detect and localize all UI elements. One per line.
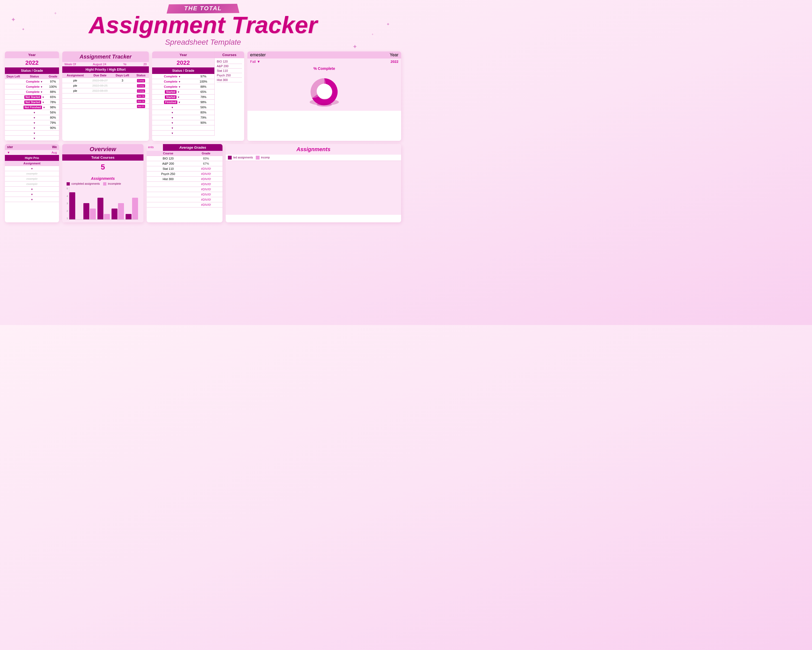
dropdown-icon[interactable]: ▼	[43, 106, 45, 109]
grade-cell: #DIV/0!	[189, 187, 223, 192]
grade-cell: 65%	[47, 95, 59, 99]
course-cell: Psych 250	[147, 171, 189, 177]
status-complete: Complete	[164, 85, 177, 88]
page-header: THE TOTAL Assignment Tracker Spreadsheet…	[0, 0, 406, 52]
bar-incomplete	[90, 208, 96, 219]
table-row: Complete ▼ 97%	[152, 74, 214, 79]
grade-cell: #DIV/0!	[189, 197, 223, 202]
table-row: ▼	[5, 130, 59, 136]
dropdown-icon[interactable]: ▼	[171, 122, 174, 124]
course-cell	[147, 202, 189, 208]
dropdown-icon[interactable]: ▼	[177, 91, 180, 93]
status-cell: ▼	[152, 125, 192, 130]
dropdown-arrow[interactable]: ▼	[7, 151, 10, 154]
bar-incomplete	[132, 198, 138, 219]
dropdown-icon[interactable]: ▼	[33, 137, 35, 140]
col-status: Status	[133, 73, 149, 78]
legend-dot-incomplete	[103, 182, 106, 185]
dropdown-icon[interactable]: ▼	[177, 96, 180, 99]
grade-cell: #DIV/0!	[189, 192, 223, 197]
dropdown-icon[interactable]: ▼	[31, 198, 33, 201]
dropdown-icon[interactable]: ▼	[33, 116, 35, 119]
due-cell	[88, 99, 112, 104]
course-cell	[147, 187, 189, 192]
dropdown-icon[interactable]: ▼	[171, 111, 174, 114]
bottom-left-values: ▼ Aug	[5, 150, 59, 155]
svg-point-2	[317, 103, 332, 107]
table-row: Not Fi	[62, 104, 149, 109]
dropdown-arrow-semester[interactable]: ▼	[257, 60, 260, 64]
grade-cell: 97%	[192, 74, 214, 79]
table-row: Complete ▼ 100%	[152, 79, 214, 84]
table-row: ▼	[5, 166, 59, 171]
the-total-label: THE TOTAL	[0, 5, 406, 12]
days-cell	[112, 104, 133, 109]
status-not-finished: Finished	[164, 101, 177, 104]
dropdown-icon[interactable]: ▼	[33, 111, 35, 114]
status-cell: ▼	[21, 136, 47, 141]
course-item: Hist 300	[217, 78, 242, 82]
days-cell	[5, 79, 21, 84]
dropdown-icon[interactable]: ▼	[31, 193, 33, 196]
dropdown-icon[interactable]: ▼	[171, 106, 174, 109]
table-row: example	[5, 171, 59, 176]
table-row: Not Finished ▼ 98%	[5, 105, 59, 110]
dropdown-icon[interactable]: ▼	[40, 80, 43, 83]
days-cell	[112, 99, 133, 104]
bar-group	[125, 198, 138, 219]
table-row: ▼ 90%	[5, 125, 59, 130]
status-span: Not Fi	[137, 105, 145, 108]
semester-partial: ster	[7, 145, 13, 149]
dropdown-icon[interactable]: ▼	[33, 122, 35, 124]
days-cell	[5, 105, 21, 110]
dropdown-icon[interactable]: ▼	[179, 75, 181, 78]
grade-cell: #DIV/0!	[189, 171, 223, 177]
dropdown-icon[interactable]: ▼	[178, 101, 180, 104]
dropdown-icon[interactable]: ▼	[40, 91, 43, 93]
status-header: Status / Grade	[5, 67, 59, 74]
avg-left-label: ents	[147, 144, 163, 151]
dropdown-icon[interactable]: ▼	[42, 96, 44, 99]
dropdown-icon[interactable]: ▼	[33, 132, 35, 135]
grade-cell	[47, 136, 59, 141]
dropdown-icon[interactable]: ▼	[179, 80, 181, 83]
assignment-cell	[62, 99, 88, 104]
dropdown-icon[interactable]: ▼	[33, 127, 35, 130]
table-row: ple 2022-08-27 3 Comp	[62, 78, 149, 83]
days-cell	[5, 125, 21, 130]
legend-completed: completed assignments	[67, 182, 100, 185]
days-cell	[112, 88, 133, 93]
dropdown-icon[interactable]: ▼	[31, 167, 33, 170]
status-cell: Not Started ▼	[21, 95, 47, 99]
table-row: Complete ▼ 88%	[152, 84, 214, 89]
dropdown-icon[interactable]: ▼	[179, 86, 181, 88]
dropdown-icon[interactable]: ▼	[171, 132, 174, 135]
avg-right-label: Average Grades	[163, 144, 223, 151]
dropdown-icon[interactable]: ▼	[171, 116, 174, 119]
grade-cell: 88%	[192, 84, 214, 89]
col-status: Status	[21, 74, 47, 79]
avg-grades-table: Course Grade BIO 120 83% A&P 200 67% Sta…	[147, 151, 223, 208]
days-cell	[5, 115, 21, 120]
table-row: Started ▼ 65%	[152, 89, 214, 95]
table-row: Stat 110 #DIV/0!	[147, 166, 223, 171]
table-row: Complete ▼ 88%	[5, 89, 59, 95]
table-row: example	[5, 176, 59, 182]
dropdown-icon[interactable]: ▼	[31, 188, 33, 191]
course-item: Stat 110	[217, 69, 242, 73]
status-not-started: Not Started	[24, 101, 41, 104]
dropdown-icon[interactable]: ▼	[171, 127, 174, 130]
status-span: Comp	[137, 89, 145, 93]
card-year-status: Year 2022 Status / Grade Days Left Statu…	[5, 52, 59, 141]
dropdown-icon[interactable]: ▼	[42, 101, 44, 104]
avg-header-row: ents Average Grades	[147, 144, 223, 151]
dropdown-icon[interactable]: ▼	[40, 86, 43, 88]
bar-group	[83, 203, 96, 219]
dropdown-row: ▼	[7, 151, 10, 154]
example-text: example	[26, 177, 38, 180]
table-row: #DIV/0!	[147, 197, 223, 202]
legend-dot-completed2	[228, 156, 232, 159]
status-header3: Status / Grade	[152, 67, 214, 74]
year-abbr: Ye	[123, 63, 127, 66]
svg-point-1	[317, 84, 332, 99]
